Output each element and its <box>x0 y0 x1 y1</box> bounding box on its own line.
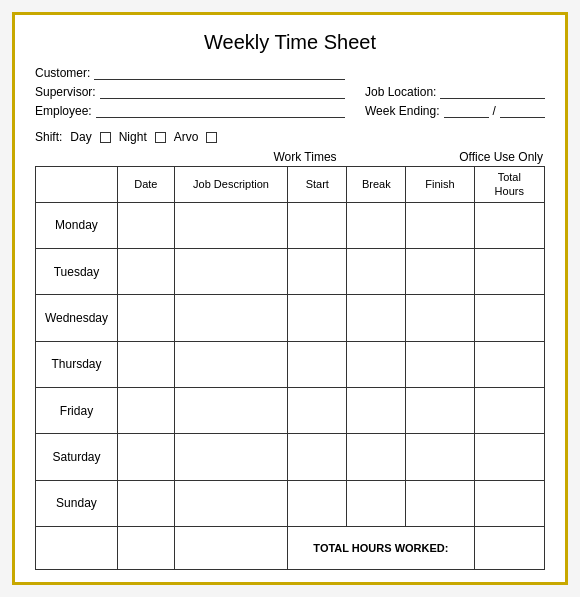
day-saturday: Saturday <box>36 434 118 480</box>
employee-input[interactable] <box>96 104 345 118</box>
start-thursday[interactable] <box>288 341 347 387</box>
finish-friday[interactable] <box>406 387 474 433</box>
finish-wednesday[interactable] <box>406 295 474 341</box>
table-row: Wednesday <box>36 295 545 341</box>
date-saturday[interactable] <box>117 434 174 480</box>
table-row: Saturday <box>36 434 545 480</box>
employee-label: Employee: <box>35 104 92 118</box>
header-day <box>36 167 118 203</box>
form-right: Job Location: Week Ending: / <box>365 85 545 118</box>
shift-day-checkbox[interactable] <box>100 132 111 143</box>
day-wednesday: Wednesday <box>36 295 118 341</box>
table-row: Sunday <box>36 480 545 526</box>
shift-arvo-checkbox[interactable] <box>206 132 217 143</box>
customer-field: Customer: <box>35 66 345 80</box>
day-sunday: Sunday <box>36 480 118 526</box>
work-times-header: Work Times Office Use Only <box>35 150 545 164</box>
total-wednesday[interactable] <box>474 295 544 341</box>
shift-night-label: Night <box>119 130 147 144</box>
form-section: Customer: Supervisor: Employee: Job Loca… <box>35 66 545 118</box>
total-row-empty-2 <box>117 526 174 569</box>
break-friday[interactable] <box>347 387 406 433</box>
job-location-label: Job Location: <box>365 85 436 99</box>
day-friday: Friday <box>36 387 118 433</box>
finish-sunday[interactable] <box>406 480 474 526</box>
table-row: Thursday <box>36 341 545 387</box>
day-tuesday: Tuesday <box>36 248 118 294</box>
start-monday[interactable] <box>288 202 347 248</box>
total-tuesday[interactable] <box>474 248 544 294</box>
finish-saturday[interactable] <box>406 434 474 480</box>
job-location-field: Job Location: <box>365 85 545 99</box>
start-friday[interactable] <box>288 387 347 433</box>
table-header-row: Date Job Description Start Break Finish … <box>36 167 545 203</box>
break-saturday[interactable] <box>347 434 406 480</box>
customer-input[interactable] <box>94 66 345 80</box>
shift-row: Shift: Day Night Arvo <box>35 130 545 144</box>
break-thursday[interactable] <box>347 341 406 387</box>
shift-day-label: Day <box>70 130 91 144</box>
shift-label: Shift: <box>35 130 62 144</box>
work-times-label: Work Times <box>157 150 453 164</box>
supervisor-field: Supervisor: <box>35 85 345 99</box>
date-monday[interactable] <box>117 202 174 248</box>
start-wednesday[interactable] <box>288 295 347 341</box>
total-row-empty-3 <box>174 526 288 569</box>
date-sunday[interactable] <box>117 480 174 526</box>
start-saturday[interactable] <box>288 434 347 480</box>
total-hours-row: TOTAL HOURS WORKED: <box>36 526 545 569</box>
table-row: Tuesday <box>36 248 545 294</box>
total-saturday[interactable] <box>474 434 544 480</box>
break-tuesday[interactable] <box>347 248 406 294</box>
jobdesc-wednesday[interactable] <box>174 295 288 341</box>
date-friday[interactable] <box>117 387 174 433</box>
finish-tuesday[interactable] <box>406 248 474 294</box>
timesheet-table: Date Job Description Start Break Finish … <box>35 166 545 570</box>
jobdesc-saturday[interactable] <box>174 434 288 480</box>
date-tuesday[interactable] <box>117 248 174 294</box>
header-total: TotalHours <box>474 167 544 203</box>
finish-thursday[interactable] <box>406 341 474 387</box>
page: Weekly Time Sheet Customer: Supervisor: … <box>12 12 568 585</box>
break-wednesday[interactable] <box>347 295 406 341</box>
total-friday[interactable] <box>474 387 544 433</box>
start-tuesday[interactable] <box>288 248 347 294</box>
break-monday[interactable] <box>347 202 406 248</box>
jobdesc-thursday[interactable] <box>174 341 288 387</box>
total-monday[interactable] <box>474 202 544 248</box>
jobdesc-friday[interactable] <box>174 387 288 433</box>
week-ending-input-left[interactable] <box>444 104 489 118</box>
employee-field: Employee: <box>35 104 345 118</box>
header-finish: Finish <box>406 167 474 203</box>
form-top-row: Customer: Supervisor: Employee: Job Loca… <box>35 66 545 118</box>
office-use-label: Office Use Only <box>453 150 543 164</box>
job-location-input[interactable] <box>440 85 545 99</box>
shift-night-checkbox[interactable] <box>155 132 166 143</box>
jobdesc-tuesday[interactable] <box>174 248 288 294</box>
week-ending-slash: / <box>493 104 496 118</box>
total-thursday[interactable] <box>474 341 544 387</box>
shift-arvo-label: Arvo <box>174 130 199 144</box>
form-left: Customer: Supervisor: Employee: <box>35 66 345 118</box>
total-hours-value[interactable] <box>474 526 544 569</box>
week-ending-field: Week Ending: / <box>365 104 545 118</box>
start-sunday[interactable] <box>288 480 347 526</box>
break-sunday[interactable] <box>347 480 406 526</box>
header-date: Date <box>117 167 174 203</box>
supervisor-input[interactable] <box>100 85 345 99</box>
total-row-empty-1 <box>36 526 118 569</box>
customer-label: Customer: <box>35 66 90 80</box>
finish-monday[interactable] <box>406 202 474 248</box>
date-thursday[interactable] <box>117 341 174 387</box>
week-ending-input-right[interactable] <box>500 104 545 118</box>
header-start: Start <box>288 167 347 203</box>
table-row: Monday <box>36 202 545 248</box>
jobdesc-sunday[interactable] <box>174 480 288 526</box>
total-sunday[interactable] <box>474 480 544 526</box>
supervisor-label: Supervisor: <box>35 85 96 99</box>
header-break: Break <box>347 167 406 203</box>
week-ending-label: Week Ending: <box>365 104 440 118</box>
jobdesc-monday[interactable] <box>174 202 288 248</box>
date-wednesday[interactable] <box>117 295 174 341</box>
total-hours-label: TOTAL HOURS WORKED: <box>288 526 474 569</box>
